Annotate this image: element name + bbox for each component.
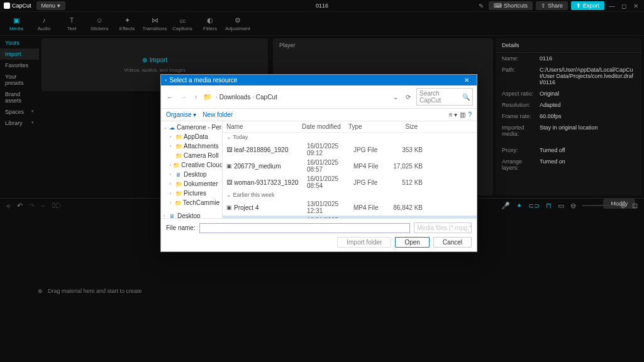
delete-icon[interactable]: ⌦: [52, 202, 62, 210]
tool-audio[interactable]: ♪Audio: [30, 14, 58, 33]
tree-node[interactable]: ›📁Pictures: [161, 189, 222, 198]
tab-spaces[interactable]: Spaces▾: [0, 106, 39, 118]
tab-library[interactable]: Library▾: [0, 118, 39, 129]
shortcuts-button[interactable]: ⌨ Shortcuts: [489, 1, 533, 10]
tree-node[interactable]: ›📁Dokumenter: [161, 179, 222, 189]
tab-favorites[interactable]: Favorites: [0, 60, 39, 71]
logo-icon: [4, 3, 10, 9]
folder-tree[interactable]: ⌄☁Camerone - Personal›📁AppData›📁Attachme…: [161, 121, 223, 218]
tree-node[interactable]: ›🖥Desktop: [161, 211, 222, 218]
redo-icon[interactable]: ↷: [29, 202, 35, 210]
tool-text[interactable]: TText: [58, 14, 86, 33]
folder-icon: 📁: [203, 93, 212, 101]
tree-node[interactable]: ›📁Creative Cloud Files: [161, 160, 222, 170]
undo-icon[interactable]: ↶: [17, 202, 23, 210]
dialog-close-button[interactable]: ✕: [460, 77, 473, 84]
file-row[interactable]: ▣206779_medium16/01/2025 08:57MP4 File17…: [223, 158, 477, 174]
file-row[interactable]: 🖼leaf-2818896_192016/01/2025 09:12JPG Fi…: [223, 141, 477, 158]
open-button[interactable]: Open: [395, 237, 429, 248]
refresh-icon[interactable]: ⟳: [404, 94, 413, 101]
adjustment-icon: ⚙: [233, 16, 242, 25]
file-row[interactable]: ▣011313/01/2025 11:47MP4 File42,413 KB: [223, 216, 477, 218]
share-button[interactable]: ⇪ Share: [536, 1, 568, 10]
fit-icon[interactable]: ⊡: [632, 202, 638, 210]
tool-captions[interactable]: ㏄Captions: [169, 14, 196, 33]
details-panel: Details Name:0116 Path:C:/Users/User/App…: [496, 38, 641, 195]
organise-button[interactable]: Organise ▾: [166, 111, 196, 118]
zoom-slider[interactable]: [582, 205, 614, 206]
minimize-button[interactable]: —: [608, 3, 616, 9]
newfolder-button[interactable]: New folder: [203, 111, 233, 118]
file-list[interactable]: Name Date modified Type Size Today🖼leaf-…: [223, 121, 477, 218]
preview-icon[interactable]: ▭: [558, 202, 564, 210]
import-hint: Videos, audios, and images: [124, 67, 186, 73]
split-icon[interactable]: ⎃: [41, 202, 45, 209]
tool-stickers[interactable]: ☺Stickers: [86, 14, 113, 33]
cancel-button[interactable]: Cancel: [433, 237, 472, 248]
search-input[interactable]: Search CapCut🔍: [416, 88, 473, 106]
link-icon[interactable]: ⊂⊃: [528, 202, 540, 210]
close-button[interactable]: ✕: [631, 3, 640, 9]
tab-brand[interactable]: Brand assets: [0, 89, 39, 106]
text-icon: T: [67, 16, 76, 25]
nav-forward-button[interactable]: →: [179, 94, 189, 101]
snap-icon[interactable]: ✦: [516, 202, 522, 210]
tree-node[interactable]: ›📁TechCammie: [161, 198, 222, 207]
captions-icon: ㏄: [178, 16, 187, 25]
tab-yours[interactable]: Yours: [0, 37, 39, 48]
help-icon[interactable]: ?: [468, 111, 472, 118]
audio-icon: ♪: [40, 16, 48, 25]
tree-node[interactable]: ›📁Attachments: [161, 141, 222, 151]
list-group[interactable]: Today: [223, 133, 477, 141]
dialog-titlebar: ▫ Select a media resource ✕: [161, 75, 477, 85]
nav-back-button[interactable]: ←: [165, 94, 175, 101]
mic-icon[interactable]: 🎤: [501, 202, 510, 210]
tab-presets[interactable]: Your presets: [0, 71, 39, 89]
tab-import[interactable]: Import: [0, 48, 39, 60]
title-bar: CapCut Menu ▾ 0116 ✎ ⌨ Shortcuts ⇪ Share…: [0, 0, 644, 12]
zoom-out-icon[interactable]: ⊖: [570, 202, 576, 210]
list-group[interactable]: Earlier this week: [223, 190, 477, 199]
effects-icon: ✦: [123, 16, 131, 25]
filetype-select[interactable]: Media files (*.mpg;*.f4v;*.mov;*.: [414, 222, 472, 233]
file-row[interactable]: 🖼woman-9317323_192016/01/2025 08:54JPG F…: [223, 174, 477, 190]
ai-icon[interactable]: ⟐: [6, 202, 11, 209]
tree-node[interactable]: ›🖥Desktop: [161, 170, 222, 179]
tool-filters[interactable]: ◐Filters: [196, 14, 224, 33]
stickers-icon: ☺: [95, 16, 104, 25]
search-icon: 🔍: [462, 94, 470, 101]
transitions-icon: ⋈: [150, 16, 159, 25]
filename-input[interactable]: [199, 223, 410, 233]
plus-icon: ⊕: [142, 57, 147, 63]
breadcrumb[interactable]: ›Downloads›CapCut: [216, 94, 387, 101]
feedback-icon[interactable]: ✎: [477, 3, 486, 9]
tree-node[interactable]: 📁Camera Roll: [161, 151, 222, 160]
filters-icon: ◐: [206, 16, 214, 25]
tool-effects[interactable]: ✦Effects: [113, 14, 141, 33]
plus-icon: ⊕: [38, 288, 43, 294]
tool-transitions[interactable]: ⋈Transitions: [141, 14, 169, 33]
export-button[interactable]: ⬆ Export: [571, 1, 604, 10]
tree-node[interactable]: ⌄☁Camerone - Personal: [161, 123, 222, 132]
tool-row: ▣Media ♪Audio TText ☺Stickers ✦Effects ⋈…: [0, 12, 644, 36]
maximize-button[interactable]: ◻: [619, 3, 628, 9]
media-icon: ▣: [12, 16, 21, 25]
file-row[interactable]: ▣Project 413/01/2025 12:31MP4 File86,842…: [223, 199, 477, 216]
chevron-down-icon: ▾: [31, 120, 34, 125]
preview-button[interactable]: ▥: [460, 111, 465, 118]
tree-node[interactable]: ›📁AppData: [161, 132, 222, 141]
tool-adjustment[interactable]: ⚙Adjustment: [224, 14, 252, 33]
path-dropdown-icon[interactable]: ⌄: [391, 94, 400, 101]
view-button[interactable]: ≡ ▾: [449, 111, 458, 118]
chevron-down-icon: ▾: [31, 109, 34, 114]
app-logo: CapCut: [4, 3, 31, 9]
menu-button[interactable]: Menu ▾: [36, 1, 66, 10]
filename-label: File name:: [166, 224, 196, 231]
magnet-icon[interactable]: ⊓: [546, 202, 552, 210]
tool-media[interactable]: ▣Media: [3, 14, 30, 33]
list-header[interactable]: Name Date modified Type Size: [223, 121, 477, 133]
media-sidebar: Yours Import Favorites Your presets Bran…: [0, 36, 39, 198]
nav-up-button[interactable]: ↑: [192, 94, 199, 101]
zoom-in-icon[interactable]: ⊕: [620, 202, 626, 210]
import-folder-button[interactable]: Import folder: [337, 237, 391, 248]
